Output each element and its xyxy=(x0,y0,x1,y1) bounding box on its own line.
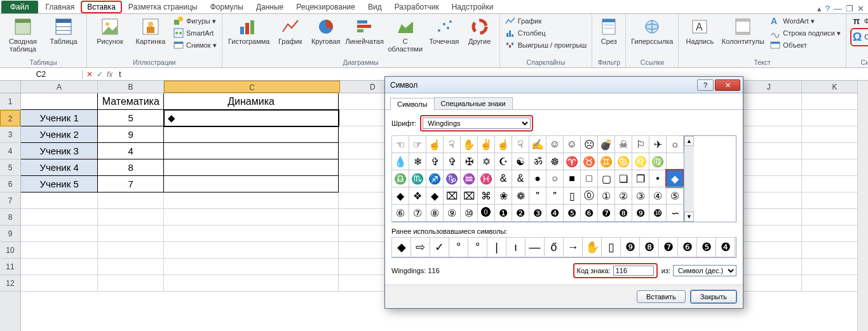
symbol-cell[interactable]: ❷ xyxy=(512,204,529,222)
textbox-button[interactable]: AНадпись xyxy=(682,15,717,45)
dialog-tab-0[interactable]: Символы xyxy=(390,98,435,110)
col-header-B[interactable]: B xyxy=(98,81,164,93)
row-header-6[interactable]: 6 xyxy=(0,176,20,193)
symbol-cell[interactable]: ☟ xyxy=(512,135,529,153)
dialog-titlebar[interactable]: Символ ? ✕ xyxy=(385,77,743,93)
symbol-cell[interactable]: ⌘ xyxy=(477,187,495,205)
symbol-cell[interactable]: ○ xyxy=(546,170,564,187)
symbol-cell[interactable]: ＂ xyxy=(529,187,546,205)
symbol-cell[interactable]: ♈ xyxy=(563,152,581,170)
font-select[interactable]: Wingdings xyxy=(423,118,531,129)
table-button[interactable]: Таблица xyxy=(44,15,83,45)
symbol-cell[interactable]: ☸ xyxy=(546,152,564,170)
tab-главная[interactable]: Главная xyxy=(39,1,81,13)
symbol-cell[interactable]: ❁ xyxy=(512,187,529,205)
recent-symbol[interactable]: ° xyxy=(468,237,487,257)
cell-B4[interactable]: 4 xyxy=(98,143,164,159)
screenshot-button[interactable]: Снимок ▾ xyxy=(172,39,218,51)
help-icon[interactable]: ? xyxy=(825,4,830,13)
tab-file[interactable]: Файл xyxy=(1,1,38,13)
row-header-8[interactable]: 8 xyxy=(0,209,20,226)
symbol-cell[interactable]: ❏ xyxy=(614,170,632,187)
symbol-cell[interactable]: ▯ xyxy=(563,187,581,205)
cell-B8[interactable] xyxy=(98,209,164,226)
recent-symbol[interactable]: ✓ xyxy=(430,237,449,257)
sparkline-winloss-button[interactable]: Выигрыш / проигрыш xyxy=(504,39,588,51)
symbol-cell[interactable]: ☝ xyxy=(426,135,444,153)
symbol-cell[interactable]: ④ xyxy=(649,187,667,205)
picture-button[interactable]: Рисунок xyxy=(91,15,129,45)
cell-J4[interactable] xyxy=(736,143,802,159)
dialog-help-button[interactable]: ? xyxy=(697,79,714,91)
symbol-cell[interactable]: ☼ xyxy=(666,135,684,153)
recent-symbol[interactable]: ° xyxy=(449,237,468,257)
symbol-cell[interactable]: ③ xyxy=(632,187,649,205)
cell-C4[interactable] xyxy=(164,143,339,159)
row-header-11[interactable]: 11 xyxy=(0,259,20,275)
hyperlink-button[interactable]: Гиперссылка xyxy=(630,15,674,45)
cancel-icon[interactable]: ✕ xyxy=(86,70,93,79)
cell-J6[interactable] xyxy=(736,176,802,193)
vertical-scrollbar[interactable] xyxy=(857,81,868,331)
cell-J11[interactable] xyxy=(736,259,802,275)
cell-C1[interactable]: Динамика xyxy=(164,93,339,110)
window-minimize-icon[interactable]: — xyxy=(834,4,842,13)
recent-symbol[interactable]: ▯ xyxy=(601,237,621,257)
symbol-cell[interactable]: ⑧ xyxy=(426,204,444,222)
symbol-cell[interactable]: ☜ xyxy=(391,135,409,153)
recent-symbol[interactable]: ❼ xyxy=(658,237,678,257)
cell-A7[interactable] xyxy=(21,193,98,209)
recent-symbol[interactable]: | xyxy=(487,237,506,257)
smartart-button[interactable]: SmartArt xyxy=(172,27,218,39)
symbol-cell[interactable]: ☝ xyxy=(494,135,512,153)
accept-icon[interactable]: ✓ xyxy=(97,70,103,79)
tab-вставка[interactable]: Вставка xyxy=(81,1,122,13)
other-charts-button[interactable]: Другие xyxy=(464,15,496,45)
recent-symbol[interactable]: ő xyxy=(544,237,564,257)
cell-J9[interactable] xyxy=(736,226,802,242)
symbol-cell[interactable]: ❐ xyxy=(632,170,649,187)
row-header-10[interactable]: 10 xyxy=(0,242,20,259)
symbol-cell[interactable]: ⑩ xyxy=(460,204,478,222)
cell-J1[interactable] xyxy=(736,93,802,110)
symbol-cell[interactable]: ☺ xyxy=(563,135,581,153)
cell-B12[interactable] xyxy=(98,275,164,292)
symbol-cell[interactable]: ✠ xyxy=(460,152,478,170)
symbol-cell[interactable]: ⑤ xyxy=(666,187,684,205)
symbol-cell[interactable]: ❽ xyxy=(614,204,632,222)
symbol-cell[interactable]: ⑨ xyxy=(443,204,461,222)
cell-A10[interactable] xyxy=(21,242,98,259)
symbol-cell[interactable]: • xyxy=(649,170,667,187)
char-code-input[interactable] xyxy=(613,266,654,276)
cell-B7[interactable] xyxy=(98,193,164,209)
symbol-cell[interactable]: ⓪ xyxy=(580,187,598,205)
cell-B6[interactable]: 7 xyxy=(98,176,164,193)
window-restore-icon[interactable]: ❐ xyxy=(846,4,853,13)
cell-A1[interactable] xyxy=(21,93,98,110)
window-close-icon[interactable]: ✕ xyxy=(857,4,864,13)
bar-chart-button[interactable]: Линейчатая xyxy=(346,15,384,45)
row-header-2[interactable]: 2 xyxy=(0,110,20,126)
scatter-chart-button[interactable]: Точечная xyxy=(427,15,461,45)
symbol-cell[interactable]: ♌ xyxy=(632,152,649,170)
cell-A4[interactable]: Ученик 3 xyxy=(21,143,98,159)
symbol-cell[interactable]: ❄ xyxy=(409,152,426,170)
symbol-cell[interactable]: ■ xyxy=(563,170,581,187)
wordart-button[interactable]: AWordArt ▾ xyxy=(769,15,842,27)
symbol-cell[interactable]: & xyxy=(494,170,512,187)
symbol-cell[interactable]: ♒ xyxy=(460,170,478,187)
symbol-cell[interactable]: ⚐ xyxy=(632,135,649,153)
symbol-cell[interactable]: ＂ xyxy=(546,187,564,205)
insert-button[interactable]: Вставить xyxy=(637,290,686,303)
symbol-cell[interactable]: ▢ xyxy=(597,170,615,187)
symbol-cell[interactable]: ♉ xyxy=(580,152,598,170)
object-button[interactable]: Объект xyxy=(769,39,842,51)
tab-вид[interactable]: Вид xyxy=(362,1,388,13)
symbol-cell[interactable]: ✞ xyxy=(443,152,461,170)
symbol-cell[interactable]: ◆ xyxy=(391,187,409,205)
symbol-cell[interactable]: ❀ xyxy=(494,187,512,205)
cell-B5[interactable]: 8 xyxy=(98,159,164,176)
equation-button[interactable]: πФормула ▾ xyxy=(850,15,868,27)
cell-C9[interactable] xyxy=(164,226,339,242)
row-header-1[interactable]: 1 xyxy=(0,93,20,110)
